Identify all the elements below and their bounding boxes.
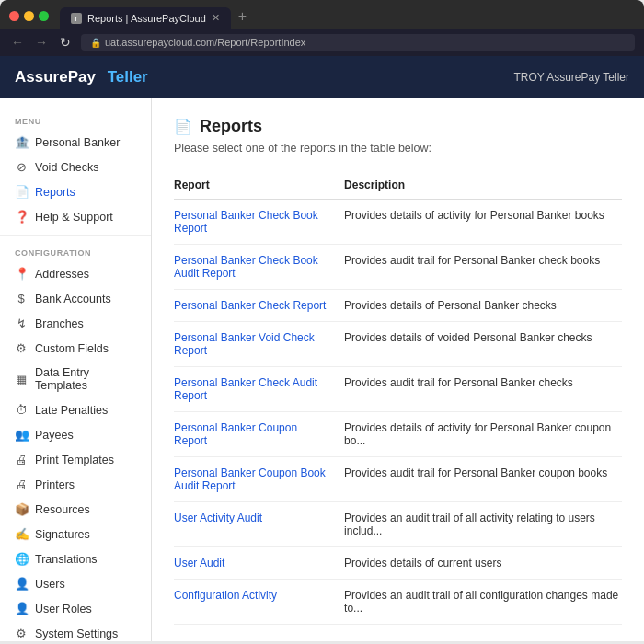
report-description: Provides audit trail for Personal Banker…: [344, 367, 622, 412]
custom-fields-icon: ⚙: [15, 341, 28, 355]
sidebar-label-payees: Payees: [35, 429, 74, 442]
sidebar-item-bank-accounts[interactable]: $ Bank Accounts: [0, 286, 151, 311]
new-tab-button[interactable]: +: [233, 8, 252, 29]
sidebar-item-personal-banker[interactable]: 🏦 Personal Banker: [0, 130, 151, 155]
content-area: 📄 Reports Please select one of the repor…: [152, 98, 644, 641]
table-row: User Activity AuditProvides an audit tra…: [174, 502, 622, 547]
translations-icon: 🌐: [15, 552, 28, 566]
app-container: AssurePay Teller TROY AssurePay Teller M…: [0, 56, 644, 641]
sidebar-divider: [0, 235, 151, 236]
report-name-link[interactable]: Personal Banker Check Book Audit Report: [174, 245, 344, 290]
traffic-lights: [9, 11, 58, 29]
report-description: Provides details of activity for Persona…: [344, 412, 622, 457]
sidebar-item-system-settings[interactable]: ⚙ System Settings: [0, 621, 151, 641]
sidebar-label-help: Help & Support: [35, 211, 113, 224]
table-row: Personal Banker Coupon ReportProvides de…: [174, 412, 622, 457]
sidebar-label-custom-fields: Custom Fields: [35, 342, 109, 355]
void-checks-icon: ⊘: [15, 160, 28, 174]
reports-table: Report Description Personal Banker Check…: [174, 171, 622, 625]
sidebar-label-translations: Translations: [35, 553, 98, 566]
sidebar-item-void-checks[interactable]: ⊘ Void Checks: [0, 155, 151, 179]
signatures-icon: ✍: [15, 527, 28, 541]
sidebar-item-custom-fields[interactable]: ⚙ Custom Fields: [0, 336, 151, 361]
user-info: TROY AssurePay Teller: [513, 71, 629, 84]
report-name-link[interactable]: Personal Banker Check Audit Report: [174, 367, 344, 412]
lock-icon: 🔒: [90, 38, 101, 48]
sidebar-label-signatures: Signatures: [35, 528, 90, 541]
resources-icon: 📦: [15, 502, 28, 516]
report-name-link[interactable]: Personal Banker Coupon Book Audit Report: [174, 457, 344, 502]
sidebar-label-user-roles: User Roles: [35, 603, 92, 615]
tab-title: Reports | AssurePayCloud: [87, 13, 206, 24]
sidebar-label-print-templates: Print Templates: [35, 454, 114, 466]
tab-close-icon[interactable]: ✕: [212, 12, 220, 24]
page-title: Reports: [200, 117, 262, 136]
report-name-link[interactable]: User Activity Audit: [174, 502, 344, 547]
help-icon: ❓: [15, 210, 28, 224]
page-subtitle: Please select one of the reports in the …: [174, 142, 622, 155]
system-settings-icon: ⚙: [15, 627, 28, 640]
print-templates-icon: 🖨: [15, 453, 28, 466]
report-name-link[interactable]: User Audit: [174, 547, 344, 580]
page-title-icon: 📄: [174, 118, 192, 135]
sidebar-item-print-templates[interactable]: 🖨 Print Templates: [0, 447, 151, 472]
maximize-button[interactable]: [39, 11, 49, 21]
report-name-link[interactable]: Personal Banker Check Report: [174, 290, 344, 322]
sidebar-label-branches: Branches: [35, 317, 84, 330]
sidebar-label-addresses: Addresses: [35, 268, 89, 281]
table-row: Personal Banker Check Book Audit ReportP…: [174, 245, 622, 290]
brand-assure: AssurePay: [15, 68, 96, 86]
sidebar-label-printers: Printers: [35, 478, 75, 491]
top-nav: AssurePay Teller TROY AssurePay Teller: [0, 56, 644, 98]
sidebar-item-addresses[interactable]: 📍 Addresses: [0, 261, 151, 286]
sidebar-item-user-roles[interactable]: 👤 User Roles: [0, 596, 151, 621]
report-name-link[interactable]: Personal Banker Void Check Report: [174, 322, 344, 367]
report-name-link[interactable]: Configuration Activity: [174, 580, 344, 625]
main-area: MENU 🏦 Personal Banker ⊘ Void Checks 📄 R…: [0, 98, 644, 641]
sidebar-item-reports[interactable]: 📄 Reports: [0, 179, 151, 204]
report-name-link[interactable]: Personal Banker Coupon Report: [174, 412, 344, 457]
sidebar-item-signatures[interactable]: ✍ Signatures: [0, 522, 151, 546]
report-description: Provides details of voided Personal Bank…: [344, 322, 622, 367]
sidebar-item-data-entry-templates[interactable]: ▦ Data Entry Templates: [0, 361, 151, 397]
brand-teller: Teller: [108, 68, 148, 86]
report-description: Provides audit trail for Personal Banker…: [344, 457, 622, 502]
sidebar-item-payees[interactable]: 👥 Payees: [0, 422, 151, 447]
back-button[interactable]: ←: [9, 35, 26, 50]
payees-icon: 👥: [15, 428, 28, 442]
table-row: User AuditProvides details of current us…: [174, 547, 622, 580]
minimize-button[interactable]: [24, 11, 34, 21]
sidebar-item-users[interactable]: 👤 Users: [0, 571, 151, 596]
sidebar-item-resources[interactable]: 📦 Resources: [0, 497, 151, 522]
sidebar-item-translations[interactable]: 🌐 Translations: [0, 546, 151, 571]
printers-icon: 🖨: [15, 477, 28, 491]
page-title-row: 📄 Reports: [174, 117, 622, 136]
report-description: Provides audit trail for Personal Banker…: [344, 245, 622, 290]
sidebar-item-help[interactable]: ❓ Help & Support: [0, 204, 151, 229]
sidebar-item-late-penalties[interactable]: ⏱ Late Penalties: [0, 397, 151, 422]
sidebar-label-late-penalties: Late Penalties: [35, 404, 108, 417]
tab-favicon: r: [71, 13, 82, 24]
address-bar-row: ← → ↻ 🔒 uat.assurepaycloud.com/Report/Re…: [0, 29, 644, 56]
table-row: Personal Banker Check Book ReportProvide…: [174, 200, 622, 245]
active-tab[interactable]: r Reports | AssurePayCloud ✕: [60, 7, 231, 29]
sidebar-label-void-checks: Void Checks: [35, 161, 98, 174]
sidebar-item-branches[interactable]: ↯ Branches: [0, 311, 151, 336]
report-name-link[interactable]: Personal Banker Check Book Report: [174, 200, 344, 245]
refresh-button[interactable]: ↻: [57, 35, 74, 50]
address-text: uat.assurepaycloud.com/Report/ReportInde…: [105, 37, 305, 48]
close-button[interactable]: [9, 11, 19, 21]
branches-icon: ↯: [15, 316, 28, 330]
table-row: Configuration ActivityProvides an audit …: [174, 580, 622, 625]
config-section-label: CONFIGURATION: [0, 241, 151, 261]
forward-button[interactable]: →: [33, 35, 50, 50]
report-description: Provides details of activity for Persona…: [344, 200, 622, 245]
sidebar-label-bank-accounts: Bank Accounts: [35, 293, 111, 305]
sidebar-item-printers[interactable]: 🖨 Printers: [0, 472, 151, 497]
col-header-description: Description: [344, 171, 622, 200]
sidebar-label-reports: Reports: [35, 186, 75, 199]
table-row: Personal Banker Check Audit ReportProvid…: [174, 367, 622, 412]
address-bar[interactable]: 🔒 uat.assurepaycloud.com/Report/ReportIn…: [81, 34, 635, 51]
sidebar-label-data-entry-templates: Data Entry Templates: [35, 366, 136, 392]
table-row: Personal Banker Coupon Book Audit Report…: [174, 457, 622, 502]
